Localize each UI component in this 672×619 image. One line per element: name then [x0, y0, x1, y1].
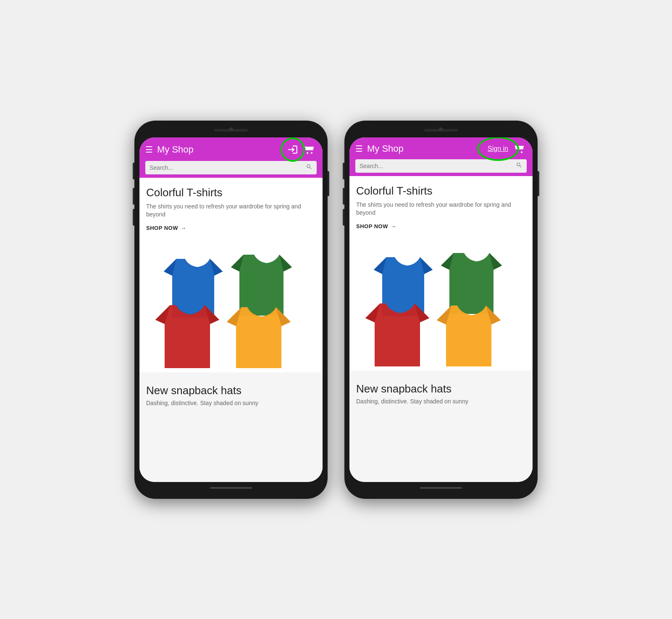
phone-2-cart-button[interactable] [512, 142, 527, 156]
phone-1-actions-wrapper [285, 142, 317, 158]
phone-1-next-description: Dashing, distinctive. Stay shaded on sun… [146, 400, 316, 406]
phone-2-camera [439, 127, 443, 132]
phone-1-bottom [139, 482, 323, 494]
phone-2-hero-section: Colorful T-shirts The shirts you need to… [349, 176, 533, 371]
phone-2-next-description: Dashing, distinctive. Stay shaded on sun… [356, 398, 526, 405]
comparison-container: ☰ My Shop [134, 121, 538, 499]
phone-1-tshirts-image [146, 238, 316, 372]
phone-2-next-title: New snapback hats [356, 382, 526, 395]
phone-2-bottom [349, 482, 533, 494]
phone-1-hero-description: The shirts you need to refresh your ward… [146, 203, 316, 219]
phone-2-cart-svg-icon [514, 144, 525, 154]
phone-2-sign-in-button[interactable]: Sign in [485, 143, 511, 154]
phone-1-notch [139, 126, 323, 137]
phone-1-shop-now-button[interactable]: SHOP NOW → [146, 225, 316, 231]
phone-1-app-content: Colorful T-shirts The shirts you need to… [139, 178, 323, 482]
phone-1-header-top: ☰ My Shop [145, 142, 317, 158]
phone-2-tshirts-svg [356, 236, 526, 371]
phone-2-actions-wrapper: Sign in [485, 142, 527, 156]
phone-1-tshirts-svg [146, 238, 316, 372]
phone-2: ☰ My Shop Sign in [344, 121, 538, 499]
phone-2-app-title: My Shop [367, 143, 481, 154]
phone-2-screen: ☰ My Shop Sign in [349, 137, 533, 482]
phone-1-search-bar [145, 161, 317, 174]
phone-1-hero-title: Colorful T-shirts [146, 186, 316, 199]
phone-2-next-section: New snapback hats Dashing, distinctive. … [349, 374, 533, 409]
phone-1-next-title: New snapback hats [146, 384, 316, 397]
phone-1-login-icon-button[interactable] [285, 142, 301, 158]
phone-2-shop-now-button[interactable]: SHOP NOW → [356, 223, 526, 229]
phone-2-search-bar [355, 159, 527, 173]
phone-2-tshirts-image [356, 236, 526, 371]
phone-2-home-bar [420, 487, 462, 489]
phone-2-notch [349, 126, 533, 137]
phone-2-hero-title: Colorful T-shirts [356, 184, 526, 198]
phone-2-search-input[interactable] [360, 163, 513, 169]
phone-1-hamburger-icon[interactable]: ☰ [145, 145, 153, 154]
phone-2-hero-description: The shirts you need to refresh your ward… [356, 201, 526, 217]
phone-1: ☰ My Shop [134, 121, 328, 499]
phone-1-next-section: New snapback hats Dashing, distinctive. … [139, 376, 323, 411]
phone-2-header-top: ☰ My Shop Sign in [355, 142, 527, 156]
phone-2-search-icon [516, 162, 522, 170]
phone-1-app-title: My Shop [157, 144, 281, 155]
phone-1-screen: ☰ My Shop [139, 137, 323, 482]
phone-1-cart-button[interactable] [302, 142, 317, 157]
phone-2-app-header: ☰ My Shop Sign in [349, 137, 533, 176]
phone-1-search-icon [306, 163, 312, 172]
phone-1-login-svg-icon [287, 144, 298, 155]
phone-1-camera [229, 127, 233, 132]
phone-1-home-bar [210, 487, 252, 489]
phone-1-cart-svg-icon [304, 145, 315, 155]
phone-2-app-content: Colorful T-shirts The shirts you need to… [349, 176, 533, 482]
phone-2-hamburger-icon[interactable]: ☰ [355, 145, 363, 153]
phone-1-app-header: ☰ My Shop [139, 137, 323, 178]
phone-1-hero-section: Colorful T-shirts The shirts you need to… [139, 178, 323, 372]
phone-1-search-input[interactable] [150, 164, 303, 171]
